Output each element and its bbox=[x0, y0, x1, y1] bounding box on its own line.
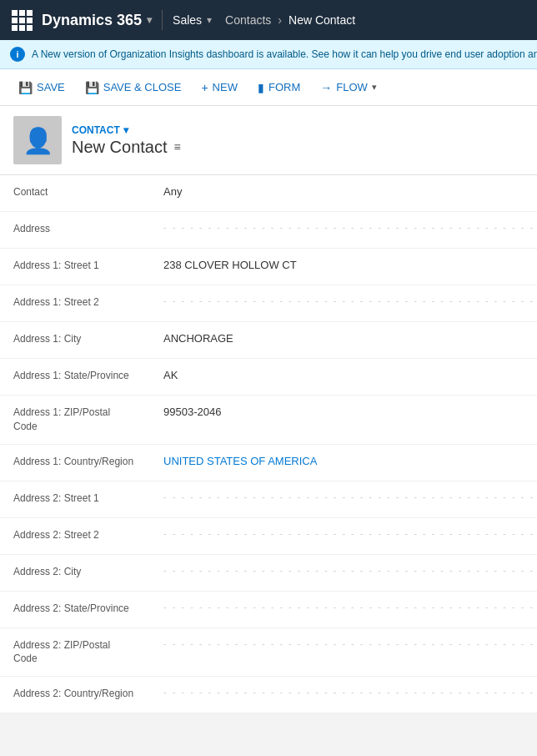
sales-chevron-icon: ▾ bbox=[207, 14, 212, 26]
form-value: - - - - - - - - - - - - - - - - - - - - … bbox=[150, 628, 537, 658]
contact-name: New Contact bbox=[72, 138, 168, 157]
form-row: Address 2: Country/Region- - - - - - - -… bbox=[0, 677, 537, 713]
form-section: ContactAnyAddress- - - - - - - - - - - -… bbox=[0, 175, 537, 713]
form-label: Address 2: State/Province bbox=[0, 592, 150, 626]
save-icon: 💾 bbox=[18, 81, 33, 94]
breadcrumb: Contacts › New Contact bbox=[225, 13, 355, 27]
form-row: Address 1: Street 2- - - - - - - - - - -… bbox=[0, 285, 537, 322]
contact-type-chevron-icon: ▾ bbox=[123, 124, 128, 136]
save-button[interactable]: 💾 SAVE bbox=[10, 77, 73, 98]
toolbar: 💾 SAVE 💾 SAVE & CLOSE + NEW ▮ FORM → FLO… bbox=[0, 69, 537, 106]
form-value: - - - - - - - - - - - - - - - - - - - - … bbox=[150, 212, 537, 242]
form-row: Address 1: Street 1238 CLOVER HOLLOW CT bbox=[0, 249, 537, 285]
form-value: - - - - - - - - - - - - - - - - - - - - … bbox=[150, 592, 537, 622]
form-row: Address 1: ZIP/Postal Code99503-2046 bbox=[0, 396, 537, 445]
flow-icon: → bbox=[320, 81, 332, 94]
form-row: Address- - - - - - - - - - - - - - - - -… bbox=[0, 212, 537, 249]
avatar-person-icon: 👤 bbox=[23, 126, 53, 155]
form-row: Address 1: CityANCHORAGE bbox=[0, 322, 537, 359]
waffle-menu[interactable] bbox=[8, 7, 35, 33]
form-label: Address 1: Country/Region bbox=[0, 445, 150, 479]
form-label: Address 1: Street 1 bbox=[0, 249, 150, 283]
form-row: Address 2: Street 1- - - - - - - - - - -… bbox=[0, 481, 537, 518]
nav-sales[interactable]: Sales ▾ bbox=[173, 13, 212, 27]
contact-name-row: New Contact ≡ bbox=[72, 138, 181, 157]
form-value[interactable]: AK bbox=[150, 359, 537, 391]
form-row: ContactAny bbox=[0, 175, 537, 212]
waffle-icon bbox=[12, 10, 33, 31]
form-label: Address 1: Street 2 bbox=[0, 285, 150, 320]
form-value: - - - - - - - - - - - - - - - - - - - - … bbox=[150, 677, 537, 707]
breadcrumb-arrow-icon: › bbox=[278, 13, 282, 27]
form-label: Address 2: ZIP/Postal Code bbox=[0, 628, 150, 677]
save-close-icon: 💾 bbox=[85, 81, 99, 94]
form-value[interactable]: Any bbox=[150, 175, 537, 208]
flow-chevron-icon: ▾ bbox=[372, 82, 377, 93]
breadcrumb-contacts[interactable]: Contacts bbox=[225, 13, 271, 27]
new-button[interactable]: + NEW bbox=[193, 77, 246, 98]
nav-divider bbox=[162, 10, 163, 30]
form-row: Address 2: City- - - - - - - - - - - - -… bbox=[0, 555, 537, 592]
form-label: Address 1: ZIP/Postal Code bbox=[0, 396, 150, 444]
form-label: Address bbox=[0, 212, 150, 246]
form-value: - - - - - - - - - - - - - - - - - - - - … bbox=[150, 481, 537, 512]
form-label: Address 2: City bbox=[0, 555, 150, 589]
info-banner-text: A New version of Organization Insights d… bbox=[32, 48, 537, 60]
contact-menu-icon[interactable]: ≡ bbox=[174, 140, 181, 154]
contact-type[interactable]: CONTACT ▾ bbox=[72, 124, 181, 136]
form-row: Address 1: State/ProvinceAK bbox=[0, 359, 537, 396]
app-name[interactable]: Dynamics 365 ▾ bbox=[42, 12, 152, 29]
form-value: - - - - - - - - - - - - - - - - - - - - … bbox=[150, 555, 537, 585]
form-value: - - - - - - - - - - - - - - - - - - - - … bbox=[150, 518, 537, 548]
form-button[interactable]: ▮ FORM bbox=[249, 77, 309, 98]
breadcrumb-new-contact: New Contact bbox=[289, 13, 355, 27]
form-label: Contact bbox=[0, 175, 150, 209]
avatar: 👤 bbox=[13, 116, 62, 164]
form-row: Address 2: ZIP/Postal Code- - - - - - - … bbox=[0, 628, 537, 678]
form-value[interactable]: UNITED STATES OF AMERICA bbox=[150, 445, 537, 477]
form-row: Address 2: State/Province- - - - - - - -… bbox=[0, 592, 537, 628]
form-label: Address 2: Country/Region bbox=[0, 677, 150, 711]
form-value[interactable]: 99503-2046 bbox=[150, 396, 537, 428]
save-close-button[interactable]: 💾 SAVE & CLOSE bbox=[77, 77, 190, 98]
form-label: Address 1: State/Province bbox=[0, 359, 150, 393]
form-label: Address 2: Street 1 bbox=[0, 481, 150, 516]
form-icon: ▮ bbox=[258, 81, 264, 94]
contact-header: 👤 CONTACT ▾ New Contact ≡ bbox=[0, 106, 537, 175]
form-value[interactable]: 238 CLOVER HOLLOW CT bbox=[150, 249, 537, 281]
form-value[interactable]: ANCHORAGE bbox=[150, 322, 537, 355]
info-banner: i A New version of Organization Insights… bbox=[0, 40, 537, 69]
form-area: ContactAnyAddress- - - - - - - - - - - -… bbox=[0, 175, 537, 713]
form-content: ContactAnyAddress- - - - - - - - - - - -… bbox=[0, 175, 537, 713]
app-chevron-icon: ▾ bbox=[147, 14, 152, 26]
flow-button[interactable]: → FLOW ▾ bbox=[312, 77, 385, 98]
contact-info: CONTACT ▾ New Contact ≡ bbox=[72, 124, 181, 157]
form-row: Address 2: Street 2- - - - - - - - - - -… bbox=[0, 518, 537, 555]
form-label: Address 1: City bbox=[0, 322, 150, 356]
new-icon: + bbox=[201, 81, 208, 94]
form-value: - - - - - - - - - - - - - - - - - - - - … bbox=[150, 285, 537, 315]
info-icon: i bbox=[10, 47, 25, 62]
form-label: Address 2: Street 2 bbox=[0, 518, 150, 552]
form-row: Address 1: Country/RegionUNITED STATES O… bbox=[0, 445, 537, 481]
nav-bar: Dynamics 365 ▾ Sales ▾ Contacts › New Co… bbox=[0, 0, 537, 40]
